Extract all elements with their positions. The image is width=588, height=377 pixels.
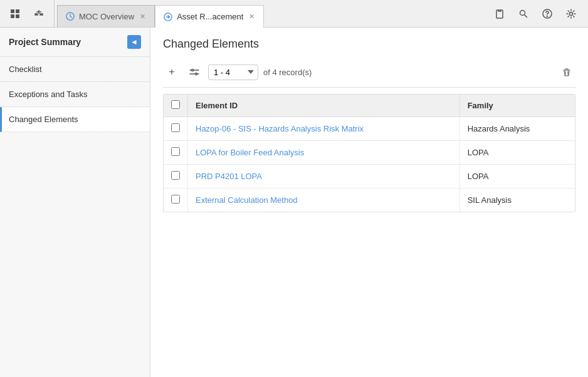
tab-moc-overview[interactable]: MOC Overview ✕ [57, 5, 155, 28]
changed-elements-table: Element ID Family Hazop-06 - SIS - Hazar… [163, 94, 575, 212]
element-id-cell: External Calculation Method [188, 189, 460, 212]
tab-asset-replacement-label: Asset R...acement [177, 12, 243, 21]
element-id-link[interactable]: External Calculation Method [196, 195, 298, 205]
table-row: LOPA for Boiler Feed AnalysisLOPA [164, 141, 575, 165]
main-layout: Project Summary ◄ Checklist Exceptions a… [0, 28, 588, 377]
help-button[interactable] [538, 4, 557, 23]
svg-point-9 [547, 16, 548, 16]
svg-point-11 [192, 70, 194, 71]
sidebar: Project Summary ◄ Checklist Exceptions a… [0, 28, 150, 377]
sidebar-item-checklist-label: Checklist [9, 65, 42, 74]
svg-point-12 [196, 73, 197, 75]
content-area: Changed Elements + 1 - 4 of 4 record(s) [150, 28, 588, 377]
row-checkbox-3[interactable] [171, 171, 180, 180]
dashboard-tab-icon[interactable] [5, 4, 25, 24]
sidebar-item-exceptions-tasks-label: Exceptions and Tasks [9, 90, 88, 99]
table-header-checkbox [164, 95, 188, 117]
moc-overview-tab-icon [65, 11, 75, 21]
element-id-cell: PRD P4201 LOPA [188, 165, 460, 189]
element-id-cell: LOPA for Boiler Feed Analysis [188, 141, 460, 165]
sidebar-item-changed-elements-label: Changed Elements [9, 115, 78, 124]
family-cell: SIL Analysis [459, 189, 575, 212]
sidebar-title: Project Summary [9, 37, 81, 47]
tab-moc-overview-close[interactable]: ✕ [138, 12, 147, 21]
sidebar-item-exceptions-tasks[interactable]: Exceptions and Tasks [0, 82, 150, 107]
table-header-row: Element ID Family [164, 95, 575, 117]
svg-point-7 [520, 10, 525, 15]
row-checkbox-cell [164, 117, 188, 141]
select-all-checkbox[interactable] [171, 100, 180, 109]
svg-point-10 [570, 12, 573, 15]
settings-button[interactable] [562, 4, 580, 23]
svg-rect-3 [16, 14, 19, 18]
row-checkbox-4[interactable] [171, 195, 180, 204]
row-checkbox-1[interactable] [171, 123, 180, 132]
top-right-icons [483, 0, 588, 27]
family-cell: LOPA [459, 141, 575, 165]
tab-moc-overview-label: MOC Overview [79, 12, 134, 21]
table-row: PRD P4201 LOPALOPA [164, 165, 575, 189]
tab-bar-left-icons [0, 0, 55, 27]
record-count: of 4 record(s) [263, 68, 312, 77]
element-id-link[interactable]: PRD P4201 LOPA [196, 172, 262, 181]
element-id-link[interactable]: LOPA for Boiler Feed Analysis [196, 148, 304, 157]
row-checkbox-cell [164, 189, 188, 212]
toolbar: + 1 - 4 of 4 record(s) [163, 63, 575, 88]
table-header-element-id: Element ID [188, 95, 460, 117]
svg-rect-2 [11, 14, 14, 18]
filter-button[interactable] [186, 63, 203, 81]
pagination-select[interactable]: 1 - 4 [208, 65, 258, 80]
table-row: External Calculation MethodSIL Analysis [164, 189, 575, 212]
element-id-link[interactable]: Hazop-06 - SIS - Hazards Analysis Risk M… [196, 124, 364, 133]
clipboard-button[interactable] [490, 4, 509, 23]
element-id-cell: Hazop-06 - SIS - Hazards Analysis Risk M… [188, 117, 460, 141]
page-title: Changed Elements [163, 38, 575, 51]
tab-asset-replacement-close[interactable]: ✕ [247, 13, 256, 21]
tabs-container: MOC Overview ✕ Asset R...acement ✕ [55, 0, 483, 27]
family-cell: Hazards Analysis [459, 117, 575, 141]
table-header-family: Family [459, 95, 575, 117]
row-checkbox-cell [164, 141, 188, 165]
sidebar-item-changed-elements[interactable]: Changed Elements [0, 107, 150, 132]
tab-bar: MOC Overview ✕ Asset R...acement ✕ [0, 0, 588, 28]
tab-asset-replacement[interactable]: Asset R...acement ✕ [155, 5, 264, 28]
delete-button[interactable] [558, 63, 575, 81]
svg-rect-1 [16, 9, 19, 13]
row-checkbox-2[interactable] [171, 147, 180, 156]
sidebar-collapse-button[interactable]: ◄ [127, 35, 141, 49]
hierarchy-tab-icon[interactable] [29, 4, 49, 24]
asset-replacement-tab-icon [163, 12, 173, 22]
svg-rect-0 [11, 9, 14, 13]
sidebar-item-checklist[interactable]: Checklist [0, 57, 150, 82]
family-cell: LOPA [459, 165, 575, 189]
add-button[interactable]: + [163, 63, 181, 81]
row-checkbox-cell [164, 165, 188, 189]
table-row: Hazop-06 - SIS - Hazards Analysis Risk M… [164, 117, 575, 141]
sidebar-header: Project Summary ◄ [0, 28, 150, 57]
search-button[interactable] [514, 4, 533, 23]
